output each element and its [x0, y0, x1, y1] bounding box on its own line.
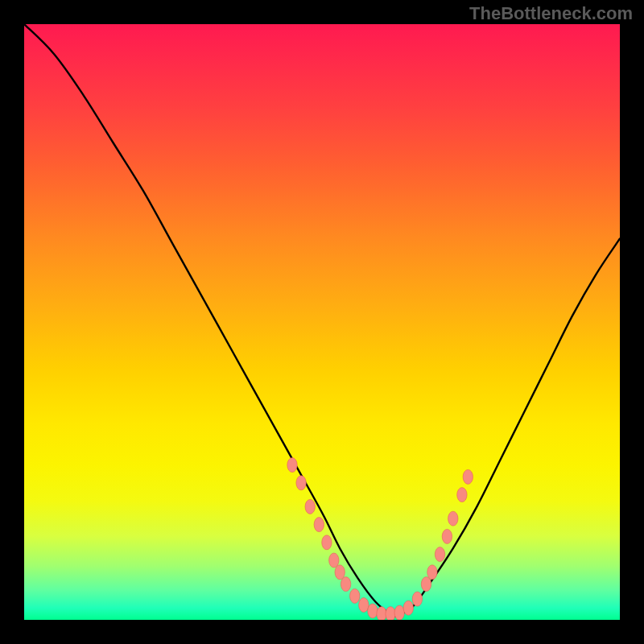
highlight-dot [314, 518, 324, 532]
highlight-dot [287, 458, 297, 473]
highlight-dot [386, 607, 395, 620]
highlight-dot [463, 469, 473, 484]
highlight-dot [442, 529, 452, 543]
highlight-dot [427, 565, 437, 580]
highlight-dot [329, 553, 339, 568]
highlight-dot [421, 577, 431, 592]
bottleneck-curve [24, 24, 394, 617]
highlight-dot [296, 476, 306, 490]
watermark-text: TheBottleneck.com [469, 3, 633, 24]
highlight-dot [435, 547, 444, 562]
highlight-dot [335, 565, 345, 580]
highlight-dot [368, 604, 378, 618]
highlight-dot [359, 598, 369, 613]
highlight-dot [457, 488, 467, 502]
plot-area [24, 24, 620, 620]
highlight-dot [394, 605, 404, 620]
highlight-dot [403, 601, 413, 615]
highlight-dot [377, 607, 386, 620]
highlight-dot [448, 511, 458, 526]
highlight-dot [322, 535, 332, 550]
highlight-dot [341, 577, 350, 592]
highlight-dot [350, 588, 360, 603]
bottleneck-curve [394, 238, 620, 617]
chart-svg [24, 24, 620, 620]
highlight-dot [412, 592, 422, 606]
highlight-dot [305, 499, 315, 514]
